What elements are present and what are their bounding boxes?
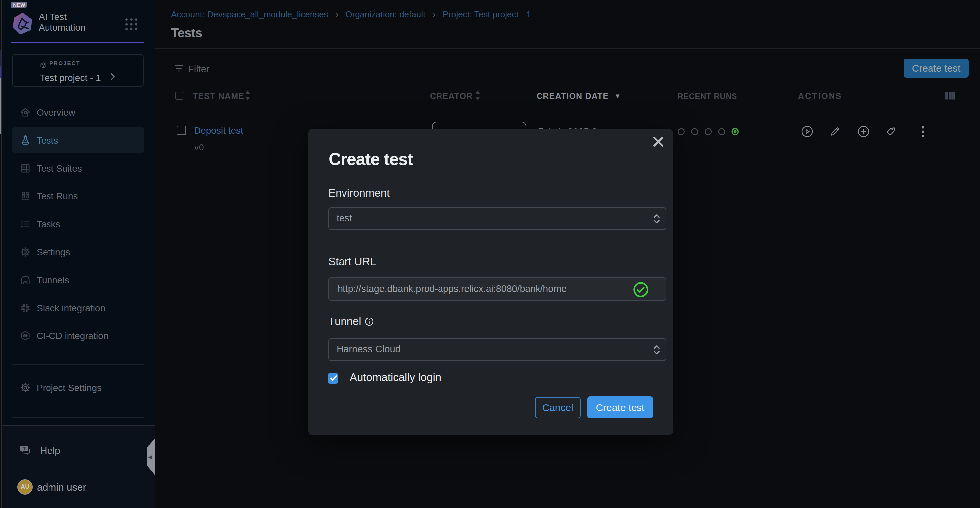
svg-text:?: ? xyxy=(23,446,25,451)
